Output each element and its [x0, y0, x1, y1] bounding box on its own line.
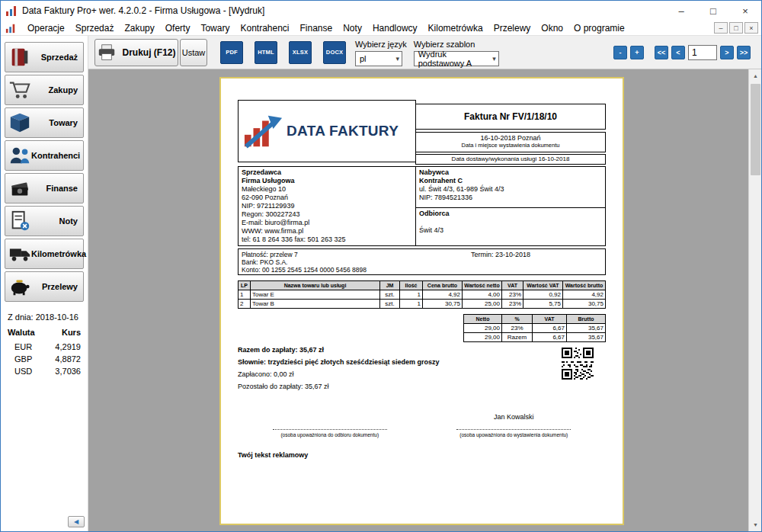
language-select-value: pl — [360, 54, 367, 63]
menu-towary[interactable]: Towary — [195, 23, 235, 34]
menu-o-programie[interactable]: O programie — [568, 23, 630, 34]
receiver-line: Świt 4/3 — [419, 226, 602, 235]
menu-handlowcy[interactable]: Handlowcy — [367, 23, 423, 34]
contacts-icon — [8, 144, 31, 167]
issuer-signature: Jan Kowalski (osoba upoważniona do wysta… — [422, 413, 607, 437]
collapse-arrow-icon: ◀ — [74, 518, 78, 525]
close-button[interactable]: × — [729, 1, 761, 21]
app-window: Data Faktury Pro+ wer. 4.2.0.2 - Firma U… — [0, 0, 762, 532]
sidebar: Sprzedaż Zakupy Towary — [1, 36, 88, 531]
window-title: Data Faktury Pro+ wer. 4.2.0.2 - Firma U… — [22, 5, 665, 16]
main-area: Drukuj (F12) Ustaw PDF HTML XLSX DOCX Wy… — [88, 36, 761, 531]
scroll-up-button[interactable]: ▲ — [749, 69, 761, 82]
mdi-controls: – □ × — [714, 22, 761, 34]
payment-box: Płatność: przelew 7 Bank: PKO S.A. Konto… — [238, 248, 606, 275]
menu-kontrahenci[interactable]: Kontrahenci — [235, 23, 294, 34]
qr-code — [562, 348, 594, 380]
menu-zakupy[interactable]: Zakupy — [119, 23, 159, 34]
rates-date: Z dnia: 2018-10-16 — [8, 312, 81, 322]
issue-date: 16-10-2018 Poznań — [416, 134, 605, 142]
items-header-row: LP Nazwa towaru lub usługi JM Ilość Cena… — [239, 281, 606, 290]
language-select[interactable]: pl ▾ — [355, 51, 402, 66]
seller-line: Regon: 300227243 — [242, 210, 412, 219]
next-page-button[interactable]: > — [720, 46, 734, 59]
invoice-items-table: LP Nazwa towaru lub usługi JM Ilość Cena… — [238, 280, 606, 309]
sidebar-item-label: Zakupy — [31, 85, 78, 95]
menu-przelewy[interactable]: Przelewy — [488, 23, 536, 34]
menu-kilometrowka[interactable]: Kilometrówka — [423, 23, 488, 34]
sidebar-item-kontrahenci[interactable]: Kontrahenci — [5, 140, 84, 171]
sidebar-item-zakupy[interactable]: Zakupy — [5, 75, 84, 105]
sidebar-item-kilometrowka[interactable]: Kilometrówka — [5, 239, 84, 269]
issue-date-box: 16-10-2018 Poznań Data i miejsce wystawi… — [415, 132, 606, 152]
amount-remaining: Pozostało do zapłaty: 35,67 zł — [238, 383, 440, 390]
prev-page-button[interactable]: < — [671, 46, 685, 59]
box-icon — [8, 111, 31, 134]
payment-line: Bank: PKO S.A. — [242, 258, 602, 266]
sidebar-item-finanse[interactable]: Finanse — [5, 173, 84, 204]
settings-button[interactable]: Ustaw — [180, 39, 207, 66]
mdi-close-button[interactable]: × — [744, 22, 758, 34]
export-xlsx-button[interactable]: XLSX — [289, 41, 312, 64]
totals-block: Razem do zapłaty: 35,67 zł Słownie: trzy… — [238, 346, 440, 395]
seller-line: WWW: www.firma.pl — [242, 227, 412, 236]
sidebar-collapse-button[interactable]: ◀ — [68, 516, 85, 527]
export-html-button[interactable]: HTML — [255, 41, 277, 64]
sidebar-item-label: Finanse — [31, 184, 78, 193]
last-page-button[interactable]: >> — [737, 46, 751, 59]
signatures-section: (osoba upoważniona do odbioru dokumentu)… — [238, 413, 606, 437]
sales-book-icon — [8, 46, 31, 69]
delivery-date: Data dostawy/wykonania usługi 16-10-2018 — [415, 154, 606, 165]
sidebar-item-noty[interactable]: Noty — [5, 206, 84, 236]
piggy-bank-icon — [8, 275, 31, 298]
export-docx-button[interactable]: DOCX — [323, 41, 346, 64]
sidebar-item-towary[interactable]: Towary — [5, 107, 84, 138]
scroll-down-button[interactable]: ▼ — [749, 518, 761, 531]
total-due: Razem do zapłaty: 35,67 zł — [238, 346, 440, 354]
money-icon — [8, 177, 31, 200]
maximize-button[interactable]: □ — [697, 1, 729, 21]
menu-noty[interactable]: Noty — [338, 23, 367, 34]
rate-currency: EUR — [14, 342, 32, 351]
page-number-input[interactable] — [688, 45, 717, 60]
invoice-number: Faktura Nr FV/1/18/10 — [415, 104, 606, 130]
rate-currency: USD — [14, 367, 32, 376]
note-document-icon — [8, 210, 31, 232]
sidebar-item-sprzedaz[interactable]: Sprzedaż — [5, 42, 84, 72]
menu-sprzedaz[interactable]: Sprzedaż — [70, 23, 120, 34]
sidebar-item-label: Kilometrówka — [31, 249, 86, 258]
logo-chart-icon — [243, 112, 284, 150]
zoom-out-button[interactable]: - — [613, 46, 627, 59]
seller-line: E-mail: biuro@firma.pl — [242, 219, 412, 227]
language-label: Wybierz język — [355, 40, 407, 49]
sidebar-item-label: Kontrahenci — [31, 151, 80, 160]
printer-icon — [97, 44, 117, 61]
first-page-button[interactable]: << — [655, 46, 668, 59]
settings-button-label: Ustaw — [182, 48, 206, 57]
menu-okno[interactable]: Okno — [536, 23, 568, 34]
menu-operacje[interactable]: Operacje — [22, 23, 70, 34]
issuer-name: Jan Kowalski — [422, 413, 607, 423]
seller-line: Małeckiego 10 — [242, 185, 412, 194]
zoom-in-button[interactable]: + — [630, 46, 644, 59]
template-label: Wybierz szablon — [414, 40, 499, 49]
vertical-scrollbar[interactable]: ▲ ▼ — [748, 69, 761, 531]
issue-date-label: Data i miejsce wystawienia dokumentu — [416, 142, 605, 149]
menu-finanse[interactable]: Finanse — [295, 23, 338, 34]
print-button[interactable]: Drukuj (F12) — [94, 39, 178, 66]
table-row: 1 Towar E szt. 1 4,92 4,00 23% 0,92 4,92 — [239, 290, 606, 300]
menu-oferty[interactable]: Oferty — [160, 23, 196, 34]
print-preview-area: DATA FAKTURY Faktura Nr FV/1/18/10 16-10… — [88, 69, 761, 531]
scrollbar-thumb[interactable] — [751, 84, 760, 175]
minimize-button[interactable]: – — [665, 1, 697, 21]
rate-value: 3,7036 — [55, 367, 81, 376]
invoice-page: DATA FAKTURY Faktura Nr FV/1/18/10 16-10… — [219, 77, 624, 525]
mdi-minimize-button[interactable]: – — [714, 22, 728, 34]
export-pdf-button[interactable]: PDF — [220, 41, 243, 64]
sidebar-item-przelewy[interactable]: Przelewy — [5, 271, 84, 302]
table-row: 29,00 23% 6,67 35,67 — [464, 324, 606, 333]
mdi-restore-button[interactable]: □ — [729, 22, 743, 34]
currency-rates-panel: Z dnia: 2018-10-16 Waluta Kurs EUR 4,291… — [1, 312, 88, 377]
buyer-name: Kontrahent C — [419, 177, 602, 185]
template-select[interactable]: Wydruk podstawowy A ▾ — [414, 51, 499, 66]
